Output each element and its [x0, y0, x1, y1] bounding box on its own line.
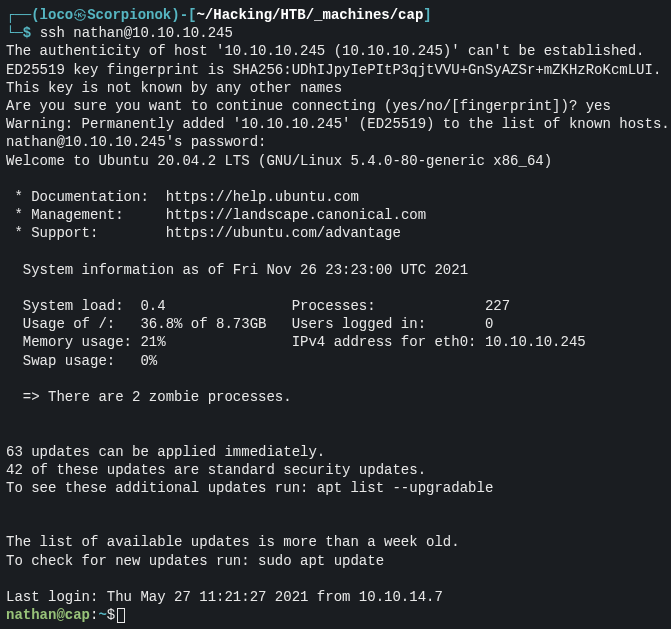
output-line: This key is not known by any other names: [6, 79, 665, 97]
blank-line: [6, 242, 665, 260]
sysinfo-row: Usage of /: 36.8% of 8.73GB Users logged…: [6, 315, 665, 333]
cursor-icon: [117, 608, 125, 623]
doc-line: * Documentation: https://help.ubuntu.com: [6, 188, 665, 206]
output-line: ED25519 key fingerprint is SHA256:UDhIJp…: [6, 61, 665, 79]
updates-line: To see these additional updates run: apt…: [6, 479, 665, 497]
support-line: * Support: https://ubuntu.com/advantage: [6, 224, 665, 242]
last-login-line: Last login: Thu May 27 11:21:27 2021 fro…: [6, 588, 665, 606]
blank-line: [6, 279, 665, 297]
output-line: Are you sure you want to continue connec…: [6, 97, 665, 115]
output-line: nathan@10.10.10.245's password:: [6, 133, 665, 151]
blank-line: [6, 406, 665, 424]
blank-line: [6, 515, 665, 533]
sysinfo-row: System load: 0.4 Processes: 227: [6, 297, 665, 315]
command-ssh: ssh nathan@10.10.10.245: [40, 25, 233, 41]
blank-line: [6, 170, 665, 188]
updates-line: 63 updates can be applied immediately.: [6, 443, 665, 461]
prompt-user-host: nathan@cap: [6, 606, 90, 624]
blank-line: [6, 497, 665, 515]
doc-link[interactable]: https://help.ubuntu.com: [166, 189, 359, 205]
sysinfo-row: Swap usage: 0%: [6, 352, 665, 370]
ps1-prompt: └─$ ssh nathan@10.10.10.245: [6, 24, 665, 42]
zombie-line: => There are 2 zombie processes.: [6, 388, 665, 406]
output-line: The authenticity of host '10.10.10.245 (…: [6, 42, 665, 60]
output-line: Welcome to Ubuntu 20.04.2 LTS (GNU/Linux…: [6, 152, 665, 170]
shell-prompt[interactable]: nathan@cap:~$: [6, 606, 665, 624]
prompt-cwd: ~: [98, 606, 106, 624]
mgmt-line: * Management: https://landscape.canonica…: [6, 206, 665, 224]
output-line: Warning: Permanently added '10.10.10.245…: [6, 115, 665, 133]
updates-line: 42 of these updates are standard securit…: [6, 461, 665, 479]
blank-line: [6, 370, 665, 388]
blank-line: [6, 570, 665, 588]
blank-line: [6, 424, 665, 442]
updates-old-line: To check for new updates run: sudo apt u…: [6, 552, 665, 570]
updates-old-line: The list of available updates is more th…: [6, 533, 665, 551]
ps1-header: ┌──(loco㉿Scorpionok)-[~/Hacking/HTB/_mac…: [6, 6, 665, 24]
sysinfo-row: Memory usage: 21% IPv4 address for eth0:…: [6, 333, 665, 351]
support-link[interactable]: https://ubuntu.com/advantage: [166, 225, 401, 241]
terminal-output[interactable]: ┌──(loco㉿Scorpionok)-[~/Hacking/HTB/_mac…: [6, 6, 665, 624]
mgmt-link[interactable]: https://landscape.canonical.com: [166, 207, 426, 223]
sysinfo-header: System information as of Fri Nov 26 23:2…: [6, 261, 665, 279]
